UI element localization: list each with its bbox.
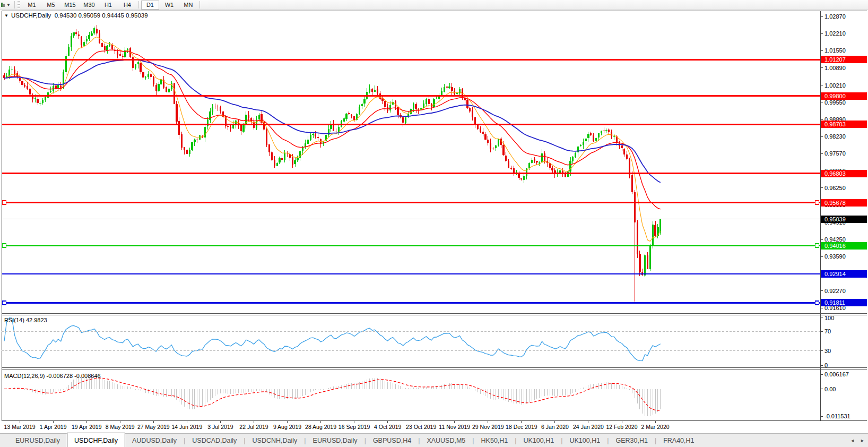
level-handle[interactable] — [3, 244, 6, 247]
candle-body — [271, 152, 273, 160]
macd-signal-line — [4, 378, 661, 410]
chart-window: ▼USDCHF,Daily 0.94530 0.95059 0.94445 0.… — [0, 10, 868, 433]
candle-body — [176, 104, 177, 122]
toolbar-grip-handle[interactable] — [18, 1, 20, 8]
price-axis-label: 0.99550 — [824, 99, 846, 106]
timeframe-button-W1[interactable]: W1 — [160, 1, 178, 10]
candle-body — [88, 35, 90, 39]
level-handle[interactable] — [815, 201, 819, 204]
chart-tab-uk100-h1[interactable]: UK100,H1 — [517, 434, 561, 447]
timeframe-toolbar: ▼ M1M5M15M30H1H4D1W1MN — [0, 0, 868, 10]
level-handle[interactable] — [815, 301, 819, 305]
candle-body — [652, 225, 654, 247]
macd-axis-label: 0.00 — [824, 386, 836, 392]
candle-body — [91, 33, 92, 36]
price-badge-label: 0.99800 — [824, 93, 846, 99]
candle-body — [168, 89, 170, 92]
candle-body — [659, 219, 661, 233]
candle-body — [451, 87, 453, 91]
mas-layer — [4, 37, 661, 411]
candle-body — [292, 157, 293, 165]
symbol-caret-icon[interactable]: ▼ — [4, 13, 8, 18]
candle-body — [96, 29, 98, 33]
date-axis-label: 8 May 2019 — [106, 424, 135, 430]
candle-body — [345, 114, 347, 119]
chart-tab-usdchf-daily[interactable]: USDCHF,Daily — [67, 433, 125, 447]
tab-scroll-left-icon[interactable]: ◄ — [850, 438, 855, 443]
candle-body — [240, 125, 242, 131]
timeframe-button-M1[interactable]: M1 — [23, 1, 41, 10]
candle-body — [8, 70, 10, 76]
timeframe-button-MN[interactable]: MN — [179, 1, 197, 10]
timeframe-button-M15[interactable]: M15 — [61, 1, 79, 10]
timeframe-button-H4[interactable]: H4 — [118, 1, 136, 10]
candle-body — [42, 100, 44, 103]
date-axis-label: 19 Apr 2019 — [72, 424, 102, 430]
symbol-period-label: USDCHF,Daily — [11, 12, 51, 19]
candle-body — [595, 138, 597, 141]
tab-scroll-right-icon[interactable]: ► — [860, 438, 865, 443]
candle-body — [276, 163, 278, 166]
level-handle[interactable] — [815, 244, 819, 247]
chart-tab-fra40-h1[interactable]: FRA40,H1 — [656, 434, 701, 447]
price-badge-label: 0.92914 — [824, 271, 846, 277]
ohlc-info-line: ▼USDCHF,Daily 0.94530 0.95059 0.94445 0.… — [4, 12, 148, 19]
candle-body — [436, 99, 437, 99]
chart-tab-gbpusd-h4[interactable]: GBPUSD,H4 — [366, 434, 418, 447]
candle-body — [480, 128, 481, 132]
date-axis-label: 23 Oct 2019 — [406, 424, 436, 430]
candle-body — [117, 51, 118, 55]
macd-indicator-label: MACD(12,26,9) -0.006728 -0.008646 — [4, 373, 101, 379]
price-axis-label: 1.00210 — [824, 82, 846, 89]
chart-tab-usdcnh-daily[interactable]: USDCNH,Daily — [246, 434, 305, 447]
date-axis-label: 1 Apr 2019 — [40, 424, 67, 430]
candle-body — [580, 145, 581, 146]
chart-tab-usdcad-daily[interactable]: USDCAD,Daily — [185, 434, 244, 447]
candle-body — [207, 119, 209, 126]
candle-body — [649, 246, 651, 269]
timeframe-button-M5[interactable]: M5 — [42, 1, 60, 10]
levels-layer[interactable] — [2, 59, 820, 305]
timeframe-button-D1[interactable]: D1 — [141, 1, 159, 10]
candle-body — [598, 133, 600, 137]
rsi-indicator-label: RSI(14) 42.9823 — [4, 317, 47, 323]
chart-tab-hk50-h1[interactable]: HK50,H1 — [474, 434, 515, 447]
price-axis-label: 1.02210 — [824, 30, 846, 37]
chart-tab-ger30-h1[interactable]: GER30,H1 — [609, 434, 654, 447]
chart-tab-uk100-h1[interactable]: UK100,H1 — [562, 434, 607, 447]
timeframe-button-H1[interactable]: H1 — [99, 1, 117, 10]
chart-canvas[interactable]: 1.028701.022101.015501.008901.002100.995… — [0, 10, 868, 433]
candle-body — [484, 134, 486, 140]
candle-body — [140, 63, 141, 72]
date-axis-label: 22 Jul 2019 — [239, 424, 268, 430]
candle-body — [577, 147, 579, 152]
candle-body — [472, 110, 473, 117]
rsi-axis-label: 100 — [824, 315, 834, 321]
candle-body — [68, 47, 70, 56]
candle-body — [78, 35, 80, 36]
candle-body — [310, 135, 311, 140]
candle-body — [299, 151, 301, 158]
timeframe-button-M30[interactable]: M30 — [80, 1, 98, 10]
candle-body — [487, 140, 489, 143]
candle-body — [184, 147, 185, 150]
chart-tab-audusd-daily[interactable]: AUDUSD,Daily — [125, 434, 184, 447]
candle-body — [29, 89, 31, 95]
candle-body — [644, 255, 646, 276]
chart-tab-eurusd-daily[interactable]: EURUSD,Daily — [8, 434, 67, 447]
candle-body — [34, 98, 36, 99]
level-handle[interactable] — [3, 301, 6, 305]
chevron-down-icon[interactable]: ▼ — [6, 3, 11, 7]
candle-body — [433, 99, 435, 107]
badges-layer: 1.012070.998000.987030.968030.956780.940… — [821, 56, 867, 306]
candle-body — [428, 99, 430, 104]
chart-tool-icon[interactable] — [0, 2, 6, 8]
chart-tab-xauusd-m5[interactable]: XAUUSD,M5 — [420, 434, 472, 447]
ma-line-mid — [4, 50, 661, 209]
chart-tab-eurusd-daily[interactable]: EURUSD,Daily — [306, 434, 364, 447]
candle-body — [312, 134, 314, 135]
candle-body — [459, 89, 461, 93]
candle-body — [363, 99, 365, 104]
candle-body — [266, 130, 267, 145]
level-handle[interactable] — [3, 201, 6, 204]
